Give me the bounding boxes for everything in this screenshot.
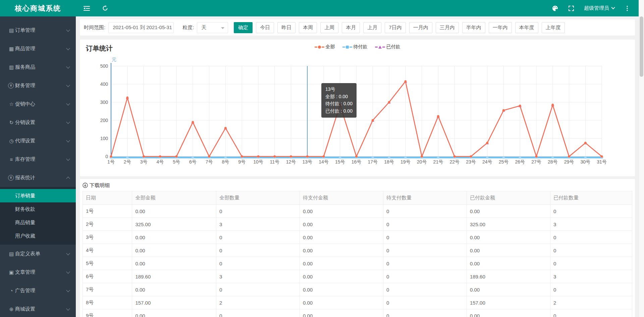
sidebar-item-label: 广告管理 xyxy=(15,288,35,294)
sidebar-item-mall-settings[interactable]: ⊕商城设置 xyxy=(0,300,76,317)
table-cell: 0 xyxy=(216,231,300,244)
sidebar-item-label: 促销中心 xyxy=(15,101,35,107)
quick-range-button-5[interactable]: 上月 xyxy=(363,22,381,33)
legend-label: 全部 xyxy=(326,44,335,50)
sidebar-item-promotion[interactable]: ☆促销中心 xyxy=(0,95,76,113)
order-icon: ▤ xyxy=(8,27,14,34)
quick-range-button-11[interactable]: 本年度 xyxy=(515,22,538,33)
quick-range-button-6[interactable]: 7日内 xyxy=(385,22,406,33)
circle-marker-icon xyxy=(315,46,324,49)
sidebar: ▤订单管理▦商品管理▥服务商品¥财务管理☆促销中心↻分销设置◷代理设置≡库存管理… xyxy=(0,16,76,317)
svg-text:29号: 29号 xyxy=(564,159,574,165)
svg-text:10号: 10号 xyxy=(253,159,263,165)
svg-text:5号: 5号 xyxy=(173,159,180,165)
svg-text:1号: 1号 xyxy=(107,159,115,165)
sidebar-subitem-3[interactable]: 用户收藏 xyxy=(0,229,76,243)
svg-text:11号: 11号 xyxy=(270,159,279,165)
fullscreen-icon[interactable] xyxy=(565,0,578,16)
table-cell: 0.00 xyxy=(300,231,383,244)
sidebar-item-inventory[interactable]: ≡库存管理 xyxy=(0,150,76,169)
more-menu-icon[interactable] xyxy=(621,0,634,16)
chevron-down-icon xyxy=(66,83,70,87)
svg-text:30号: 30号 xyxy=(581,159,591,165)
download-link[interactable]: 下载明细 xyxy=(83,182,110,189)
promotion-icon: ☆ xyxy=(8,101,14,107)
quick-range-button-7[interactable]: 一月内 xyxy=(409,22,432,33)
sidebar-item-label: 库存管理 xyxy=(15,156,35,163)
chevron-up-icon xyxy=(66,177,70,180)
table-cell: 0 xyxy=(383,309,467,317)
quick-range-button-9[interactable]: 半年内 xyxy=(462,22,485,33)
sidebar-item-custom-form[interactable]: ▤自定义表单 xyxy=(0,245,76,263)
sidebar-item-order[interactable]: ▤订单管理 xyxy=(0,21,76,40)
sidebar-item-article[interactable]: ▣文章管理 xyxy=(0,263,76,281)
table-cell: 0 xyxy=(550,231,632,244)
column-header-3: 待支付金额 xyxy=(300,191,383,205)
triangle-marker-icon xyxy=(375,46,385,49)
sidebar-item-agent[interactable]: ◷代理设置 xyxy=(0,132,76,150)
sidebar-item-label: 自定义表单 xyxy=(15,251,40,257)
quick-range-button-0[interactable]: 今日 xyxy=(256,22,274,33)
table-cell: 0 xyxy=(383,218,467,231)
table-cell: 4号 xyxy=(83,244,132,257)
user-name: 超级管理员 xyxy=(584,5,609,11)
sidebar-item-label: 文章管理 xyxy=(15,269,35,275)
table-cell: 0 xyxy=(216,309,300,317)
quick-range-button-2[interactable]: 本周 xyxy=(299,22,317,33)
table-row: 2号325.0030.000325.003 xyxy=(83,218,632,231)
date-range-input[interactable]: 2021-05-01 到 2021-05-31 xyxy=(108,22,174,33)
legend-item-1[interactable]: 待付款 xyxy=(342,44,368,50)
sidebar-item-report[interactable]: ¥报表统计 xyxy=(0,169,76,187)
sidebar-item-goods[interactable]: ▦商品管理 xyxy=(0,40,76,58)
user-dropdown[interactable]: 超级管理员 xyxy=(581,0,618,16)
svg-text:13号: 13号 xyxy=(302,159,312,165)
column-header-2: 全部数量 xyxy=(216,191,300,205)
table-cell: 0.00 xyxy=(300,309,383,317)
sidebar-subitem-1[interactable]: 财务收款 xyxy=(0,202,76,216)
app-title: 核心商城系统 xyxy=(15,4,61,13)
sidebar-subitem-2[interactable]: 商品销量 xyxy=(0,216,76,229)
collapse-menu-icon[interactable] xyxy=(80,0,93,16)
svg-text:元: 元 xyxy=(112,57,116,62)
table-cell: 0.00 xyxy=(300,218,383,231)
quick-range-button-4[interactable]: 本月 xyxy=(342,22,360,33)
filter-bar: 时间范围: 2021-05-01 到 2021-05-31 粒度: 天 确定 今… xyxy=(80,19,635,36)
quick-range-button-8[interactable]: 三月内 xyxy=(436,22,459,33)
sidebar-item-label: 服务商品 xyxy=(15,64,35,70)
table-cell: 1号 xyxy=(83,205,132,218)
ads-icon: ◔ xyxy=(8,288,14,294)
legend-item-2[interactable]: 已付款 xyxy=(375,44,400,50)
chevron-down-icon xyxy=(66,46,70,50)
sidebar-subitem-0[interactable]: 订单销量 xyxy=(0,189,76,202)
granularity-select[interactable]: 天 xyxy=(197,22,228,33)
confirm-button[interactable]: 确定 xyxy=(234,22,253,33)
table-cell: 0.00 xyxy=(467,257,550,270)
table-cell: 0.00 xyxy=(300,283,383,296)
granularity-label: 粒度: xyxy=(182,24,194,31)
date-range-label: 时间范围: xyxy=(84,24,105,31)
quick-range-button-3[interactable]: 上周 xyxy=(320,22,338,33)
table-cell: 0.00 xyxy=(467,309,550,317)
svg-text:19号: 19号 xyxy=(400,159,411,165)
table-cell: 325.00 xyxy=(132,218,216,231)
table-cell: 0 xyxy=(550,309,632,317)
theme-palette-icon[interactable] xyxy=(548,0,562,16)
table-cell: 189.60 xyxy=(467,270,550,283)
legend-item-0[interactable]: 全部 xyxy=(315,44,335,50)
sidebar-item-distribution[interactable]: ↻分销设置 xyxy=(0,113,76,132)
sidebar-item-ads[interactable]: ◔广告管理 xyxy=(0,281,76,300)
page-scrollbar[interactable] xyxy=(639,0,644,317)
scrollbar-thumb[interactable] xyxy=(640,16,643,77)
order-statistics-chart[interactable]: 0100200300400500元1号2号3号4号5号6号7号8号9号10号11… xyxy=(87,53,610,167)
svg-text:31号: 31号 xyxy=(597,159,607,165)
quick-range-button-1[interactable]: 昨日 xyxy=(277,22,296,33)
table-cell: 0 xyxy=(383,270,467,283)
table-row: 8号157.0020.000157.002 xyxy=(83,296,632,309)
svg-text:8号: 8号 xyxy=(222,159,229,165)
sidebar-item-service-goods[interactable]: ▥服务商品 xyxy=(0,58,76,76)
chart-legend: 全部待付款已付款 xyxy=(80,44,635,50)
sidebar-item-finance[interactable]: ¥财务管理 xyxy=(0,76,76,95)
quick-range-button-10[interactable]: 一年内 xyxy=(489,22,512,33)
quick-range-button-12[interactable]: 上年度 xyxy=(542,22,565,33)
refresh-icon[interactable] xyxy=(98,0,112,16)
